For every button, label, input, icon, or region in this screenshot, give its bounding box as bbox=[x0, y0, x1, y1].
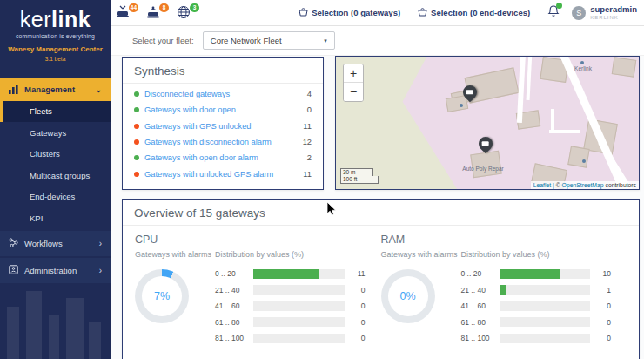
gateway-glyph bbox=[466, 90, 473, 94]
ram-section: RAM Gateways with alarms 0% Distribution… bbox=[381, 226, 627, 349]
map-building bbox=[567, 146, 589, 167]
ram-alarms-donut: 0% bbox=[381, 269, 435, 323]
bar-track bbox=[253, 317, 345, 327]
map-scale: 30 m 100 ft bbox=[340, 168, 379, 184]
synthesis-list: Disconnected gateways 4 Gateways with do… bbox=[123, 84, 323, 185]
fleet-select-label: Select your fleet: bbox=[132, 36, 194, 45]
bar-track bbox=[500, 301, 591, 311]
selection-gateways-button[interactable]: Selection (0 gateways) bbox=[299, 7, 400, 18]
synthesis-item: Gateways with door open 0 bbox=[134, 102, 312, 118]
synthesis-link[interactable]: Gateways with unlocked GPS alarm bbox=[144, 170, 303, 179]
distribution-row: 81 .. 100 0 bbox=[215, 334, 366, 343]
distribution-row: 0 .. 20 11 bbox=[215, 269, 366, 279]
zoom-in-button[interactable]: + bbox=[344, 64, 363, 83]
leaflet-map[interactable]: Kerlink Auto Poly Repar + − 30 m 100 ft … bbox=[336, 57, 639, 189]
bar-track bbox=[253, 269, 345, 279]
system-disk-section: System disk Gateways with alarms Distrib… bbox=[135, 349, 381, 359]
main-area: 44 8 3 Selection (0 gateways) bbox=[111, 0, 644, 359]
synthesis-panel: Synthesis Disconnected gateways 4 Gatewa… bbox=[122, 57, 324, 190]
brand-tagline: communication is everything bbox=[0, 33, 111, 39]
sidebar-item-administration[interactable]: Administration › bbox=[0, 258, 111, 283]
ram-alarm-pct: 0% bbox=[399, 290, 415, 302]
distribution-label: Distribution by values (%) bbox=[215, 250, 366, 261]
sidebar: kerlink communication is everything Wane… bbox=[0, 0, 111, 359]
fleet-select-dropdown[interactable]: Core Network Fleet ▾ bbox=[203, 31, 335, 50]
map-building bbox=[612, 57, 637, 77]
bar-track bbox=[500, 317, 591, 327]
synthesis-value: 0 bbox=[307, 105, 312, 114]
synthesis-link[interactable]: Disconnected gateways bbox=[144, 90, 307, 98]
zoom-out-button[interactable]: − bbox=[344, 83, 363, 101]
bar-track bbox=[253, 285, 345, 295]
fleet-select-value: Core Network Fleet bbox=[211, 36, 324, 45]
distribution-row: 0 .. 20 10 bbox=[461, 269, 612, 279]
map-label-auto-poly: Auto Poly Repar bbox=[462, 166, 504, 173]
bar-fill bbox=[253, 269, 319, 279]
cpu-heading: CPU bbox=[135, 234, 366, 246]
sidebar-item-gateways[interactable]: Gateways bbox=[0, 122, 111, 144]
synthesis-link[interactable]: Gateways with GPS unlocked bbox=[144, 122, 303, 131]
synthesis-item: Gateways with unlocked GPS alarm 11 bbox=[134, 166, 312, 181]
product-name: Wanesy Management Center bbox=[0, 45, 111, 54]
sidebar-item-multicast-groups[interactable]: Multicast groups bbox=[0, 165, 111, 186]
synthesis-link[interactable]: Gateways with open door alarm bbox=[144, 153, 307, 162]
distribution-row: 61 .. 80 0 bbox=[215, 317, 366, 327]
bar-track bbox=[253, 334, 345, 343]
synthesis-item: Gateways with disconnection alarm 12 bbox=[134, 134, 312, 150]
selection-end-devices-button[interactable]: Selection (0 end-devices) bbox=[418, 7, 530, 18]
management-icon bbox=[9, 85, 18, 94]
sidebar-item-fleets[interactable]: Fleets bbox=[0, 101, 111, 123]
map-zoom-control: + − bbox=[343, 64, 364, 102]
status-badge: 3 bbox=[190, 3, 199, 12]
sidebar-item-clusters[interactable]: Clusters bbox=[0, 144, 111, 166]
bar-fill bbox=[500, 285, 506, 295]
user-menu[interactable]: S superadmin KERLINK bbox=[572, 5, 637, 21]
synthesis-value: 4 bbox=[307, 90, 312, 98]
product-version: 3.1 beta bbox=[0, 56, 111, 62]
gateway-glyph bbox=[482, 141, 489, 146]
user-name: superadmin bbox=[590, 5, 637, 14]
overview-row-1: CPU Gateways with alarms 7% Distribution… bbox=[123, 226, 639, 349]
wanesy-dashboard: kerlink communication is everything Wane… bbox=[0, 0, 644, 359]
sidebar-item-management[interactable]: Management ⌄ bbox=[0, 78, 111, 101]
scale-meters: 30 m bbox=[340, 168, 373, 176]
synthesis-link[interactable]: Gateways with disconnection alarm bbox=[144, 138, 303, 146]
distribution-row: 21 .. 40 1 bbox=[461, 285, 612, 295]
sidebar-item-kpi[interactable]: KPI bbox=[0, 207, 111, 229]
alarm-badge: 8 bbox=[159, 3, 169, 12]
notifications-bell-icon[interactable] bbox=[547, 4, 560, 21]
synthesis-value: 11 bbox=[303, 122, 312, 131]
leaflet-link[interactable]: Leaflet bbox=[533, 182, 551, 188]
chevron-right-icon: › bbox=[99, 266, 102, 275]
bar-track bbox=[500, 269, 591, 279]
end-device-alarms-icon[interactable]: 8 bbox=[146, 5, 164, 21]
gateway-alarms-icon[interactable]: 44 bbox=[116, 5, 133, 21]
sidebar-divider bbox=[10, 71, 100, 71]
status-dot bbox=[134, 155, 139, 160]
user-disk-section: User disk Gateways with alarms Distribut… bbox=[381, 349, 627, 359]
osm-link[interactable]: OpenStreetMap bbox=[562, 182, 604, 188]
chevron-right-icon: › bbox=[99, 239, 102, 248]
bar-track bbox=[500, 334, 591, 343]
synthesis-value: 12 bbox=[303, 138, 312, 146]
user-org: KERLINK bbox=[590, 15, 637, 20]
status-dot bbox=[134, 124, 139, 129]
sidebar-item-workflows[interactable]: Workflows › bbox=[0, 231, 111, 256]
synthesis-link[interactable]: Gateways with door open bbox=[144, 105, 307, 114]
status-dot bbox=[134, 107, 139, 112]
synthesis-item: Gateways with GPS unlocked 11 bbox=[134, 119, 312, 134]
network-status-icon[interactable]: 3 bbox=[177, 5, 194, 21]
sidebar-item-end-devices[interactable]: End-devices bbox=[0, 186, 111, 208]
status-dot bbox=[134, 139, 139, 145]
workflows-icon bbox=[9, 238, 18, 249]
alarm-badge: 44 bbox=[129, 3, 138, 12]
distribution-row: 41 .. 60 0 bbox=[461, 301, 612, 311]
map-attribution: Leaflet | © OpenStreetMap contributors bbox=[531, 181, 639, 189]
distribution-row: 21 .. 40 0 bbox=[215, 285, 366, 295]
cpu-alarm-pct: 7% bbox=[154, 290, 170, 302]
avatar: S bbox=[572, 6, 586, 20]
basket-icon bbox=[418, 7, 427, 18]
overview-panel: Overview of 15 gateways CPU Gateways wit… bbox=[122, 199, 640, 359]
map-building bbox=[470, 151, 501, 178]
fleet-selector-row: Select your fleet: Core Network Fleet ▾ bbox=[111, 26, 644, 56]
